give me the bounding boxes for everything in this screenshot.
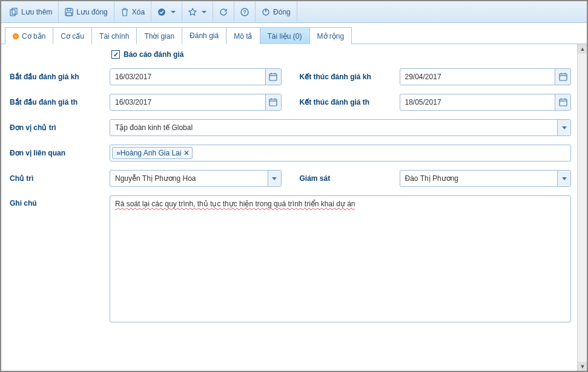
tabs: Cơ bản Cơ cấu Tài chính Thời gian Đánh g… [1, 23, 587, 44]
star-icon [188, 8, 197, 16]
lead-person-select[interactable]: Nguyễn Thị Phương Hoa [110, 170, 282, 187]
end-plan-input[interactable] [400, 69, 555, 85]
report-checkbox[interactable]: ✓ [111, 50, 120, 59]
svg-text:?: ? [243, 9, 246, 15]
related-unit-tag: »Hoàng Anh Gia Lai ✕ [112, 147, 193, 159]
svg-rect-3 [67, 8, 71, 11]
power-icon [262, 8, 270, 16]
save-more-button[interactable]: Lưu thêm [4, 1, 59, 22]
tab-label: Mô tả [234, 32, 252, 41]
calendar-icon[interactable] [265, 94, 281, 110]
save-icon [65, 8, 73, 16]
chevron-down-icon[interactable] [557, 171, 570, 186]
calendar-icon[interactable] [555, 94, 570, 110]
tag-text: »Hoàng Anh Gia Lai [116, 149, 181, 157]
related-unit-label: Đơn vị liên quan [10, 149, 110, 157]
chevron-down-icon [202, 11, 206, 13]
form-content: ✓ Báo cáo đánh giá Bắt đầu đánh giá kh [1, 44, 587, 371]
lead-unit-value: Tập đoàn kinh tế Global [110, 120, 557, 135]
lead-unit-select[interactable]: Tập đoàn kinh tế Global [110, 119, 571, 136]
svg-rect-18 [269, 99, 277, 106]
supervisor-select[interactable]: Đào Thị Phương [400, 170, 572, 187]
note-label: Ghi chú [10, 195, 110, 207]
lead-unit-label: Đơn vị chủ trì [10, 123, 110, 132]
refresh-icon [219, 8, 228, 16]
tab-rating[interactable]: Đánh giá [182, 27, 226, 44]
tab-label: Cơ bản [22, 32, 45, 41]
svg-rect-1 [12, 8, 17, 14]
save-more-label: Lưu thêm [21, 8, 52, 16]
end-actual-label: Kết thúc đánh giá th [300, 98, 400, 106]
tab-basic[interactable]: Cơ bản [5, 27, 53, 44]
start-plan-label: Bắt đầu đánh giá kh [10, 73, 110, 81]
help-icon: ? [240, 8, 249, 16]
tab-label: Cơ cấu [61, 32, 84, 41]
scroll-up-icon[interactable]: ▲ [578, 44, 587, 54]
tab-extend[interactable]: Mở rộng [309, 27, 352, 44]
svg-rect-10 [269, 74, 277, 80]
copy-icon [10, 8, 18, 16]
refresh-button[interactable] [213, 1, 234, 22]
chevron-down-icon[interactable] [268, 171, 281, 186]
calendar-icon[interactable] [555, 69, 570, 85]
tab-label: Thời gian [144, 32, 174, 41]
tab-structure[interactable]: Cơ cấu [53, 27, 92, 44]
supervisor-label: Giám sát [300, 174, 400, 183]
trash-icon [121, 8, 129, 16]
start-actual-input[interactable] [110, 94, 265, 110]
note-text: Rà soát lại các quy trình, thủ tục thực … [115, 200, 355, 208]
end-actual-input[interactable] [400, 94, 555, 110]
tab-time[interactable]: Thời gian [136, 27, 182, 44]
lead-person-value: Nguyễn Thị Phương Hoa [110, 171, 268, 186]
svg-rect-0 [10, 10, 15, 16]
help-button[interactable]: ? [234, 1, 256, 22]
lead-person-label: Chủ trì [10, 174, 110, 183]
tag-remove-icon[interactable]: ✕ [183, 149, 190, 157]
svg-rect-14 [560, 74, 567, 80]
svg-rect-22 [560, 99, 567, 106]
favorite-dropdown-button[interactable] [182, 1, 213, 22]
calendar-icon[interactable] [265, 69, 281, 85]
tab-finance[interactable]: Tài chính [91, 27, 137, 44]
related-unit-input[interactable]: »Hoàng Anh Gia Lai ✕ [110, 145, 571, 162]
start-actual-label: Bắt đầu đánh giá th [10, 98, 110, 106]
start-plan-input[interactable] [110, 69, 265, 85]
status-dropdown-button[interactable] [151, 1, 182, 22]
save-close-label: Lưu đóng [76, 8, 107, 16]
scrollbar[interactable]: ▲ ▼ [577, 44, 587, 371]
toolbar: Lưu thêm Lưu đóng Xóa [1, 1, 587, 23]
svg-rect-4 [67, 13, 71, 16]
dot-icon [13, 33, 19, 39]
tab-label: Đánh giá [190, 31, 219, 40]
tab-label: Tài liệu (0) [268, 32, 302, 41]
close-button[interactable]: Đóng [256, 1, 297, 22]
tab-describe[interactable]: Mô tả [226, 27, 260, 44]
end-plan-label: Kết thúc đánh giá kh [300, 73, 400, 81]
note-textarea[interactable]: Rà soát lại các quy trình, thủ tục thực … [110, 195, 571, 322]
delete-label: Xóa [132, 8, 145, 16]
tab-docs[interactable]: Tài liệu (0) [260, 27, 310, 44]
report-checkbox-label: Báo cáo đánh giá [124, 50, 183, 59]
tab-label: Mở rộng [317, 32, 345, 41]
check-circle-icon [157, 8, 166, 16]
close-label: Đóng [273, 8, 291, 16]
chevron-down-icon [171, 11, 176, 13]
scroll-down-icon[interactable]: ▼ [578, 362, 587, 371]
chevron-down-icon[interactable] [557, 120, 570, 135]
save-close-button[interactable]: Lưu đóng [59, 1, 114, 22]
tab-label: Tài chính [99, 32, 129, 41]
supervisor-value: Đào Thị Phương [400, 171, 558, 186]
delete-button[interactable]: Xóa [114, 1, 151, 22]
